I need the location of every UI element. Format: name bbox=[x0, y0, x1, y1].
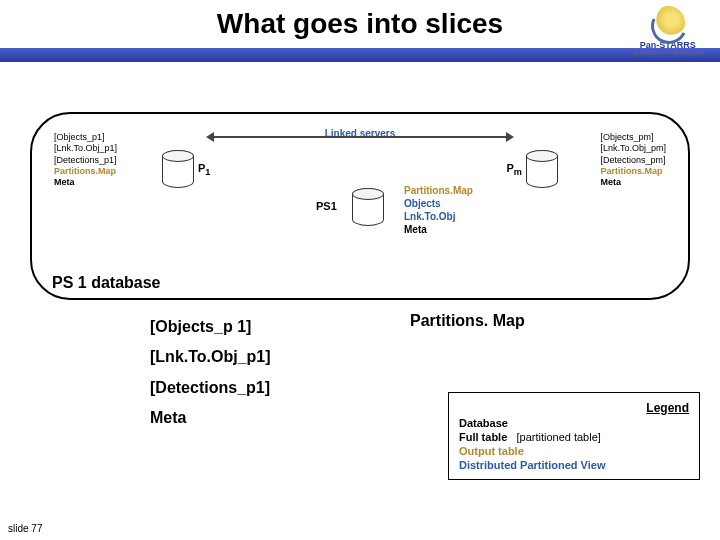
legend-partitioned-table: [partitioned table] bbox=[516, 431, 600, 443]
legend-full-table: Full table bbox=[459, 431, 507, 443]
database-icon bbox=[352, 188, 384, 226]
slide-title: What goes into slices bbox=[0, 8, 720, 40]
ps1-database-box: Linked servers [Objects_p1] [Lnk.To.Obj_… bbox=[30, 112, 690, 300]
meta-p1: Meta bbox=[54, 177, 117, 188]
logo-subtext: UNIVERSITY OF HAWAII bbox=[634, 50, 702, 56]
ps1-table-list: Partitions.Map Objects Lnk.To.Obj Meta bbox=[404, 184, 473, 236]
database-icon bbox=[526, 150, 558, 188]
linked-servers-arrow-icon bbox=[212, 136, 508, 138]
legend-database: Database bbox=[459, 417, 689, 429]
pm-label: Pm bbox=[507, 162, 523, 177]
legend-dpv: Distributed Partitioned View bbox=[459, 459, 689, 471]
legend-table-row: Full table [partitioned table] bbox=[459, 431, 689, 443]
meta-pm: Meta bbox=[600, 177, 666, 188]
slice-p1-tables: [Objects_p1] [Lnk.To.Obj_p1] [Detections… bbox=[54, 132, 117, 188]
ps1-meta: Meta bbox=[404, 223, 473, 236]
partitionsmap-pm: Partitions.Map bbox=[600, 166, 666, 177]
ps1-label: PS1 bbox=[316, 200, 337, 212]
lnktoobj-pm: [Lnk.To.Obj_pm] bbox=[600, 143, 666, 154]
panstarrs-logo: Pan-STARRS UNIVERSITY OF HAWAII bbox=[634, 6, 702, 56]
p1-label: P1 bbox=[198, 162, 210, 177]
legend-box: Legend Database Full table [partitioned … bbox=[448, 392, 700, 480]
title-bar bbox=[0, 48, 720, 62]
pm-cylinder: Pm bbox=[526, 150, 558, 192]
objects-pm: [Objects_pm] bbox=[600, 132, 666, 143]
detections-p1: [Detections_p1] bbox=[54, 155, 117, 166]
logo-sun-icon bbox=[651, 6, 685, 40]
ps1-partitionsmap: Partitions.Map bbox=[404, 184, 473, 197]
ps1-cylinder: PS1 bbox=[352, 188, 384, 230]
legend-title: Legend bbox=[459, 401, 689, 415]
p1-cylinder: P1 bbox=[162, 150, 194, 192]
slice-pm-tables: [Objects_pm] [Lnk.To.Obj_pm] [Detections… bbox=[600, 132, 666, 188]
ps1-database-label: PS 1 database bbox=[52, 274, 161, 292]
slide-number: slide 77 bbox=[8, 523, 42, 534]
legend-output-table: Output table bbox=[459, 445, 689, 457]
detections-pm: [Detections_pm] bbox=[600, 155, 666, 166]
summary-lnktoobj: [Lnk.To.Obj_p1] bbox=[150, 342, 690, 372]
ps1-objects: Objects bbox=[404, 197, 473, 210]
partitionsmap-p1: Partitions.Map bbox=[54, 166, 117, 177]
objects-p1: [Objects_p1] bbox=[54, 132, 117, 143]
ps1-lnktoobj: Lnk.To.Obj bbox=[404, 210, 473, 223]
database-icon bbox=[162, 150, 194, 188]
lnktoobj-p1: [Lnk.To.Obj_p1] bbox=[54, 143, 117, 154]
summary-partitionsmap: Partitions. Map bbox=[410, 312, 525, 330]
